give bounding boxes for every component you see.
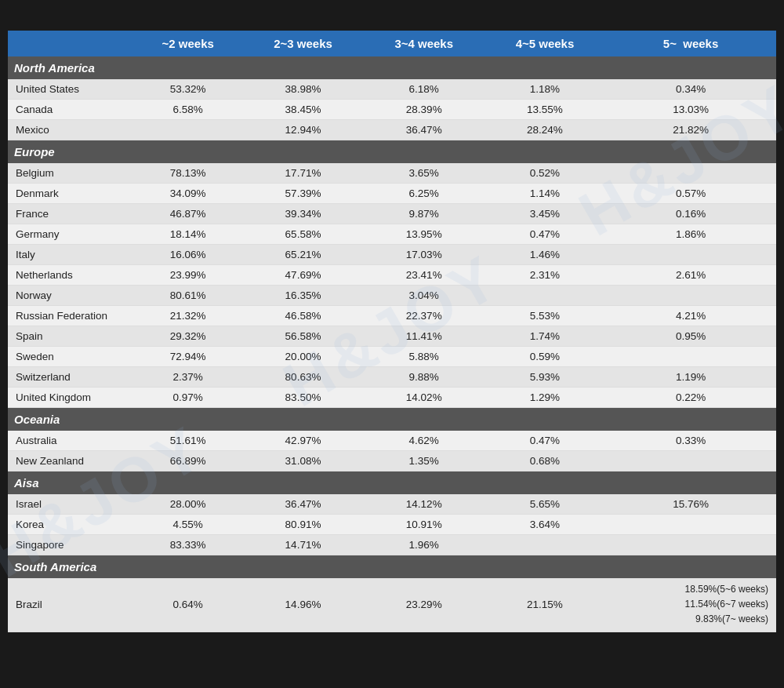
data-cell: 28.39% [364,100,485,120]
data-cell: 1.46% [485,245,605,265]
col-header-3w: 2~3 weeks [242,31,363,56]
data-cell: 80.63% [242,367,363,388]
data-cell [605,163,776,184]
data-cell: 13.03% [605,100,776,120]
section-label: South America [8,555,776,579]
data-cell: 18.14% [133,224,242,245]
data-cell: 1.14% [485,184,605,204]
data-cell: 1.96% [364,535,485,555]
country-cell: Spain [8,326,133,347]
col-header-country [8,31,133,56]
data-cell: 6.58% [133,100,242,120]
data-cell: 0.22% [605,388,776,408]
data-cell: 38.98% [242,79,363,100]
table-row: Norway80.61%16.35%3.04% [8,286,776,306]
data-cell: 5.65% [485,494,605,515]
country-cell: Switzerland [8,367,133,388]
title-section [8,8,776,31]
table-row: United Kingdom0.97%83.50%14.02%1.29%0.22… [8,388,776,408]
col-header-5plus: 5~ weeks [605,31,776,56]
data-cell: 9.87% [364,204,485,224]
data-cell: 23.29% [364,578,485,632]
country-cell: Brazil [8,578,133,632]
data-cell: 4.55% [133,515,242,535]
data-cell: 47.69% [242,265,363,286]
section-label: Aisa [8,471,776,495]
table-row: Australia51.61%42.97%4.62%0.47%0.33% [8,431,776,451]
data-cell: 6.25% [364,184,485,204]
data-cell: 29.32% [133,326,242,347]
data-cell: 0.16% [605,204,776,224]
data-cell: 0.47% [485,431,605,451]
table-row: Israel28.00%36.47%14.12%5.65%15.76% [8,494,776,515]
data-cell: 15.76% [605,494,776,515]
data-cell: 23.41% [364,265,485,286]
section-label: North America [8,56,776,79]
data-cell: 0.68% [485,451,605,471]
country-cell: France [8,204,133,224]
data-cell: 38.45% [242,100,363,120]
data-cell: 56.58% [242,326,363,347]
table-row: Denmark34.09%57.39%6.25%1.14%0.57% [8,184,776,204]
data-cell: 66.89% [133,451,242,471]
data-cell [485,286,605,306]
data-cell: 22.37% [364,306,485,326]
data-cell: 28.00% [133,494,242,515]
data-cell: 5.88% [364,347,485,367]
data-cell: 78.13% [133,163,242,184]
data-cell: 17.71% [242,163,363,184]
country-cell: Netherlands [8,265,133,286]
data-cell: 80.91% [242,515,363,535]
data-cell: 17.03% [364,245,485,265]
country-cell: New Zeanland [8,451,133,471]
data-cell: 16.06% [133,245,242,265]
data-cell: 1.74% [485,326,605,347]
data-cell: 65.58% [242,224,363,245]
col-header-5w: 4~5 weeks [485,31,605,56]
data-cell: 5.93% [485,367,605,388]
country-cell: United States [8,79,133,100]
country-cell: Belgium [8,163,133,184]
data-cell: 72.94% [133,347,242,367]
data-cell: 1.86% [605,224,776,245]
country-cell: Korea [8,515,133,535]
data-cell: 13.55% [485,100,605,120]
data-cell: 3.04% [364,286,485,306]
table-header-row: ~2 weeks 2~3 weeks 3~4 weeks 4~5 weeks 5… [8,31,776,56]
section-header-north-america: North America [8,56,776,79]
data-cell: 21.82% [605,120,776,140]
data-cell: 0.52% [485,163,605,184]
data-cell: 46.58% [242,306,363,326]
data-cell [605,245,776,265]
data-cell: 12.94% [242,120,363,140]
data-cell [605,286,776,306]
data-cell: 36.47% [364,120,485,140]
delivery-table: ~2 weeks 2~3 weeks 3~4 weeks 4~5 weeks 5… [8,31,776,632]
data-cell: 3.64% [485,515,605,535]
section-header-oceania: Oceania [8,408,776,431]
section-label: Oceania [8,408,776,431]
table-row: France46.87%39.34%9.87%3.45%0.16% [8,204,776,224]
data-cell [485,535,605,555]
data-cell: 0.34% [605,79,776,100]
data-cell: 0.59% [485,347,605,367]
table-row: Canada6.58%38.45%28.39%13.55%13.03% [8,100,776,120]
data-cell: 31.08% [242,451,363,471]
data-cell: 14.12% [364,494,485,515]
data-cell: 1.35% [364,451,485,471]
data-cell: 28.24% [485,120,605,140]
table-wrapper: H&JOY H&JOY H&JOY ~2 weeks 2~3 weeks 3~4… [8,31,776,632]
section-header-europe: Europe [8,140,776,164]
data-cell [605,347,776,367]
data-cell: 20.00% [242,347,363,367]
data-cell: 3.45% [485,204,605,224]
data-cell: 14.96% [242,578,363,632]
table-row: Belgium78.13%17.71%3.65%0.52% [8,163,776,184]
data-cell: 14.02% [364,388,485,408]
data-cell [605,535,776,555]
data-cell: 9.88% [364,367,485,388]
data-cell: 65.21% [242,245,363,265]
table-row: Brazil0.64%14.96%23.29%21.15%18.59%(5~6 … [8,578,776,632]
table-body: North AmericaUnited States53.32%38.98%6.… [8,56,776,632]
table-row: Singapore83.33%14.71%1.96% [8,535,776,555]
